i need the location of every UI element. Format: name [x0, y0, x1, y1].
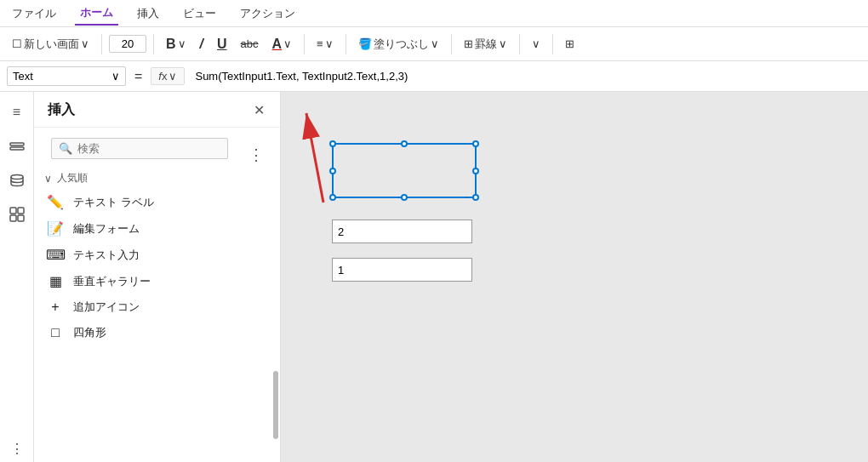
- text-label-icon: ✏️: [46, 194, 65, 210]
- expand-icon: ∨: [532, 37, 540, 50]
- sep1: [101, 34, 102, 54]
- fx-label: fx: [158, 70, 167, 83]
- align-button[interactable]: ≡ ∨: [311, 34, 339, 54]
- menu-actions[interactable]: アクション: [235, 3, 300, 25]
- align-icon: ≡: [317, 37, 323, 50]
- formula-content[interactable]: Sum(TextInput1.Text, TextInput2.Text,1,2…: [188, 68, 861, 84]
- menu-view[interactable]: ビュー: [178, 3, 221, 25]
- property-dropdown[interactable]: Text ∨: [7, 66, 126, 86]
- align-chevron: ∨: [325, 37, 334, 50]
- insert-panel: 挿入 ✕ 🔍 ⋮ ∨ 人気順 ✏️ テキスト ラベル 📝 編集フォーム ⌨ テキ…: [34, 92, 281, 462]
- list-item[interactable]: ▦ 垂直ギャラリー: [34, 268, 280, 294]
- svg-rect-5: [10, 215, 16, 221]
- main-area: ≡ ⋮ 挿入 ✕ 🔍 ⋮ ∨ 人気順 ✏️ テキ: [0, 92, 868, 462]
- menu-home[interactable]: ホーム: [75, 2, 118, 26]
- strikethrough-button[interactable]: abc: [236, 34, 264, 54]
- selected-control[interactable]: [332, 143, 477, 198]
- bold-chevron: ∨: [178, 37, 186, 50]
- list-item[interactable]: + 追加アイコン: [34, 294, 280, 320]
- formula-ref1: TextInput1.Text: [222, 70, 296, 83]
- edit-form-icon: 📝: [46, 220, 65, 237]
- rectangle-icon: □: [46, 325, 65, 340]
- sep2: [153, 34, 154, 54]
- svg-point-2: [11, 175, 23, 180]
- list-item[interactable]: 📝 編集フォーム: [34, 215, 280, 242]
- more-toolbar-icon: ⊞: [565, 37, 574, 50]
- svg-rect-4: [18, 208, 24, 214]
- scrollbar-thumb[interactable]: [273, 371, 278, 439]
- text-input-2[interactable]: 2: [332, 220, 472, 243]
- border-button[interactable]: ⊞ 罫線 ∨: [459, 33, 512, 55]
- handle-tl[interactable]: [329, 140, 336, 147]
- new-screen-button[interactable]: ☐ 新しい画面 ∨: [7, 33, 94, 55]
- gallery-text: 垂直ギャラリー: [73, 274, 151, 289]
- database-icon[interactable]: [3, 167, 31, 194]
- add-icon: +: [46, 299, 65, 315]
- handle-tr[interactable]: [472, 140, 479, 147]
- text-input-1-value: 1: [338, 264, 344, 277]
- section-label: ∨ 人気順: [34, 166, 280, 189]
- menu-file[interactable]: ファイル: [7, 3, 61, 25]
- text-input-icon: ⌨: [46, 247, 65, 263]
- insert-more-button[interactable]: ⋮: [242, 144, 271, 166]
- handle-bl[interactable]: [329, 194, 336, 201]
- list-item[interactable]: ⌨ テキスト入力: [34, 242, 280, 268]
- layers-icon[interactable]: [3, 133, 31, 160]
- svg-line-8: [306, 113, 323, 202]
- text-input-1[interactable]: 1: [332, 258, 472, 282]
- insert-close-button[interactable]: ✕: [248, 100, 270, 120]
- hamburger-icon[interactable]: ≡: [3, 99, 31, 126]
- formula-num3: 3: [398, 70, 404, 83]
- strikethrough-icon: abc: [241, 37, 259, 50]
- font-size-input[interactable]: [109, 35, 146, 53]
- border-icon: ⊞: [464, 37, 473, 50]
- text-input-2-value: 2: [338, 225, 344, 238]
- underline-button[interactable]: U: [212, 33, 232, 55]
- formula-comma1: ,: [296, 70, 302, 83]
- canvas-area[interactable]: 2 1: [281, 92, 868, 462]
- handle-br[interactable]: [472, 194, 479, 201]
- toolbar: ☐ 新しい画面 ∨ B ∨ / U abc A ∨ ≡ ∨ 🪣 塗りつぶし ∨ …: [0, 27, 868, 61]
- sep7: [552, 34, 553, 54]
- fill-color-button[interactable]: 🪣 塗りつぶし ∨: [353, 33, 444, 55]
- screen-icon: ☐: [12, 37, 22, 50]
- italic-button[interactable]: /: [195, 33, 208, 55]
- edit-form-text: 編集フォーム: [73, 221, 140, 237]
- search-input[interactable]: [77, 142, 220, 155]
- text-input-text: テキスト入力: [73, 248, 140, 263]
- fill-icon: 🪣: [358, 37, 372, 50]
- settings-icon[interactable]: ⋮: [3, 435, 31, 462]
- sep4: [345, 34, 346, 54]
- insert-header: 挿入 ✕: [34, 92, 280, 128]
- rectangle-text: 四角形: [73, 325, 106, 340]
- menu-bar: ファイル ホーム 挿入 ビュー アクション: [0, 0, 868, 27]
- component-icon[interactable]: [3, 201, 31, 228]
- menu-insert[interactable]: 挿入: [132, 3, 164, 25]
- handle-mr[interactable]: [472, 168, 479, 174]
- search-icon: 🔍: [59, 142, 72, 155]
- underline-icon: U: [217, 37, 227, 52]
- bold-button[interactable]: B ∨: [161, 33, 191, 55]
- fill-chevron: ∨: [431, 37, 439, 50]
- list-item[interactable]: □ 四角形: [34, 320, 280, 345]
- list-item[interactable]: ✏️ テキスト ラベル: [34, 189, 280, 215]
- section-chevron: ∨: [44, 173, 52, 185]
- formula-ref2: TextInput2.Text: [302, 70, 376, 83]
- handle-tc[interactable]: [401, 140, 408, 147]
- handle-bc[interactable]: [401, 194, 408, 201]
- sep3: [304, 34, 305, 54]
- equals-sign: =: [129, 69, 147, 84]
- font-color-chevron: ∨: [283, 37, 292, 50]
- search-box: 🔍: [51, 138, 228, 159]
- formula-close: ): [404, 70, 408, 83]
- gallery-icon: ▦: [46, 273, 65, 289]
- font-color-button[interactable]: A ∨: [267, 33, 298, 55]
- fx-button[interactable]: fx ∨: [151, 67, 185, 85]
- expand-button[interactable]: ∨: [527, 34, 545, 54]
- more-toolbar-button[interactable]: ⊞: [560, 34, 580, 54]
- new-screen-chevron: ∨: [81, 37, 89, 50]
- sep5: [451, 34, 452, 54]
- fx-chevron: ∨: [168, 70, 177, 83]
- svg-rect-0: [10, 143, 24, 145]
- handle-ml[interactable]: [329, 168, 336, 174]
